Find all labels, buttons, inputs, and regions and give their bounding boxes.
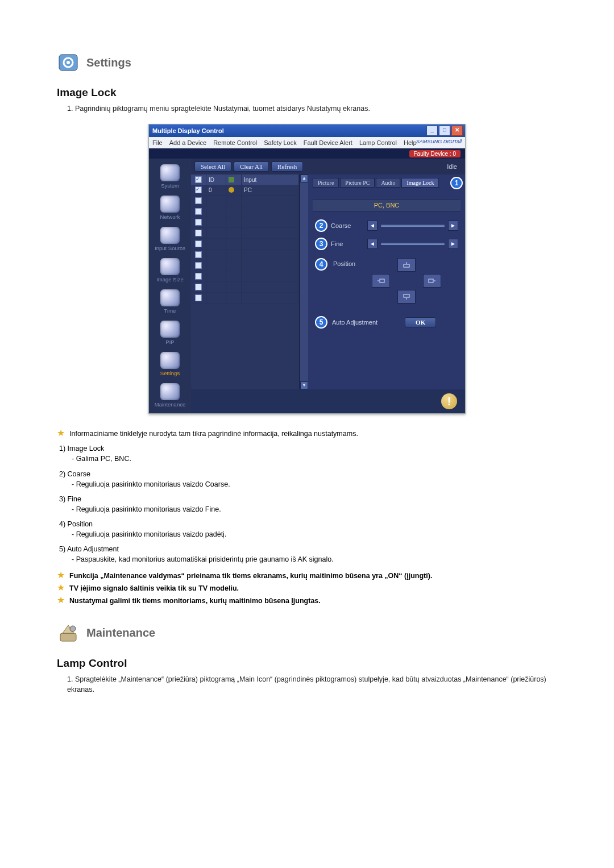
app-window: Multiple Display Control _ □ ✕ File Add … <box>148 124 466 414</box>
row-checkbox[interactable] <box>195 262 202 269</box>
sidebar-item-network[interactable]: Network <box>153 193 187 222</box>
maintenance-icon <box>160 383 180 400</box>
tab-image-lock[interactable]: Image Lock <box>401 178 439 188</box>
row-checkbox[interactable] <box>195 284 202 290</box>
scroll-up-icon[interactable]: ▲ <box>300 175 308 182</box>
header-checkbox[interactable] <box>195 176 202 183</box>
callout-3-icon: 3 <box>315 238 327 250</box>
sidebar-item-image-size[interactable]: Image Size <box>153 256 187 285</box>
def-coarse-sub: - Reguliuoja pasirinkto monitoriaus vaiz… <box>72 479 557 489</box>
maintenance-section-icon <box>57 622 80 645</box>
intro-step-1: 1. Pagrindinių piktogramų meniu spragtel… <box>67 103 557 114</box>
svg-rect-9 <box>404 294 409 297</box>
coarse-label: Coarse <box>331 222 364 229</box>
menubar: File Add a Device Remote Control Safety … <box>149 137 465 148</box>
svg-rect-11 <box>60 633 76 641</box>
def-coarse-head: 2) Coarse <box>59 469 557 479</box>
menu-add-device[interactable]: Add a Device <box>169 139 206 146</box>
note-info-grid: Informaciniame tinklelyje nurodyta tam t… <box>69 429 358 439</box>
menu-safety-lock[interactable]: Safety Lock <box>264 139 296 146</box>
menu-help[interactable]: Help <box>404 139 417 146</box>
svg-rect-7 <box>429 279 433 283</box>
status-dot-icon <box>229 187 234 193</box>
star-icon: ★ <box>57 596 65 606</box>
row-checkbox[interactable] <box>195 197 202 204</box>
grid-scrollbar[interactable]: ▲ ▼ <box>300 175 308 389</box>
row-checkbox[interactable] <box>195 208 202 215</box>
row-id: 0 <box>206 185 226 195</box>
row-checkbox[interactable] <box>195 186 202 193</box>
row-checkbox[interactable] <box>195 251 202 258</box>
def-fine-head: 3) Fine <box>59 494 557 504</box>
tab-audio[interactable]: Audio <box>376 178 400 188</box>
col-header-status-icon <box>226 175 242 185</box>
status-idle: Idle <box>447 163 462 170</box>
fine-decrement-button[interactable]: ◄ <box>367 239 377 249</box>
settings-icon <box>160 352 180 369</box>
svg-rect-5 <box>380 279 384 283</box>
svg-point-12 <box>70 626 76 632</box>
fine-increment-button[interactable]: ► <box>448 239 458 249</box>
subsection-lamp-control: Lamp Control <box>57 657 557 670</box>
col-header-id[interactable]: ID <box>206 175 226 185</box>
position-right-button[interactable] <box>423 274 441 288</box>
table-row[interactable]: 0 PC <box>191 185 299 196</box>
coarse-decrement-button[interactable]: ◄ <box>367 221 377 231</box>
position-left-button[interactable] <box>372 274 390 288</box>
minimize-button[interactable]: _ <box>426 126 438 136</box>
sidebar-item-input-source[interactable]: Input Source <box>153 225 187 254</box>
image-size-icon <box>160 258 180 275</box>
clear-all-button[interactable]: Clear All <box>234 161 269 172</box>
def-auto-head: 5) Auto Adjustment <box>59 544 557 554</box>
sidebar: System Network Input Source Image Size T… <box>149 159 191 413</box>
coarse-increment-button[interactable]: ► <box>448 221 458 231</box>
mode-band: PC, BNC <box>313 199 460 211</box>
sidebar-item-time[interactable]: Time <box>153 287 187 316</box>
row-checkbox[interactable] <box>195 294 202 301</box>
settings-panel: Picture Picture PC Audio Image Lock 1 PC… <box>308 175 465 389</box>
def-image-lock-head: 1) Image Lock <box>59 443 557 454</box>
coarse-slider[interactable] <box>381 225 445 227</box>
alert-icon: ! <box>441 393 457 409</box>
position-up-button[interactable] <box>397 258 416 272</box>
sidebar-item-system[interactable]: System <box>153 162 187 191</box>
row-checkbox[interactable] <box>195 273 202 280</box>
def-image-lock-sub: - Galima PC, BNC. <box>72 454 557 464</box>
tab-picture-pc[interactable]: Picture PC <box>340 178 375 188</box>
def-auto-sub: - Paspauskite, kad monitorius automatišk… <box>72 554 557 564</box>
ok-button[interactable]: OK <box>405 317 436 327</box>
menu-file[interactable]: File <box>152 139 163 146</box>
callout-1-icon: 1 <box>450 177 463 189</box>
select-all-button[interactable]: Select All <box>194 161 231 172</box>
note-power-on: Nustatymai galimi tik tiems monitoriams,… <box>69 596 321 606</box>
bottom-strip: ! <box>191 389 465 413</box>
close-button[interactable]: ✕ <box>451 126 463 136</box>
note-tv-model: TV įėjimo signalo šaltinis veikia tik su… <box>69 583 239 593</box>
menu-remote-control[interactable]: Remote Control <box>213 139 257 146</box>
maximize-button[interactable]: □ <box>439 126 450 136</box>
col-header-input[interactable]: Input <box>242 175 299 185</box>
system-icon <box>160 164 180 181</box>
position-down-button[interactable] <box>397 290 416 304</box>
sidebar-item-pip[interactable]: PIP <box>153 318 187 347</box>
sidebar-item-maintenance[interactable]: Maintenance <box>153 381 187 410</box>
section-title-settings: Settings <box>86 56 131 69</box>
row-checkbox[interactable] <box>195 230 202 236</box>
refresh-button[interactable]: Refresh <box>271 161 303 172</box>
callout-5-icon: 5 <box>315 316 327 329</box>
svg-point-2 <box>67 61 70 64</box>
fine-label: Fine <box>331 240 364 247</box>
menu-lamp-control[interactable]: Lamp Control <box>359 139 397 146</box>
menu-fault-alert[interactable]: Fault Device Alert <box>304 139 352 146</box>
row-checkbox[interactable] <box>195 219 202 226</box>
row-checkbox[interactable] <box>195 240 202 247</box>
fine-slider[interactable] <box>381 243 445 245</box>
window-title: Multiple Display Control <box>152 127 224 134</box>
sidebar-item-settings[interactable]: Settings <box>153 350 187 379</box>
def-position-sub: - Reguliuoja pasirinkto monitoriaus vaiz… <box>72 529 557 539</box>
tab-picture[interactable]: Picture <box>313 178 339 188</box>
callout-2-icon: 2 <box>315 219 327 232</box>
brand-label: SAMSUNG DIGITall <box>416 139 462 144</box>
star-icon: ★ <box>57 571 65 581</box>
scroll-down-icon[interactable]: ▼ <box>300 381 308 389</box>
